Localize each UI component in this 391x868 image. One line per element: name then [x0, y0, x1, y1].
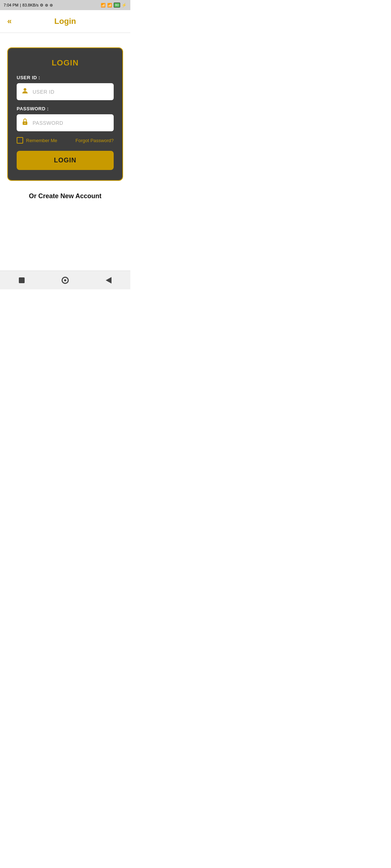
- nav-back-button[interactable]: [104, 276, 113, 285]
- main-content: LOGIN USER ID : PASSWORD :: [0, 33, 130, 207]
- back-button[interactable]: «: [7, 17, 12, 26]
- page-title: Login: [7, 17, 123, 26]
- status-bar: 7:04 PM | 83.8KB/s ⚙ ⊚ ⊚ 📶 📶 80 ⚡: [0, 0, 130, 10]
- nav-home-button[interactable]: [60, 276, 70, 285]
- options-row: Remember Me Forgot Password?: [17, 137, 114, 144]
- password-input[interactable]: [33, 120, 109, 126]
- login-card-title: LOGIN: [17, 58, 114, 68]
- svg-point-2: [25, 123, 26, 124]
- nav-square-button[interactable]: [17, 276, 26, 285]
- signal-icon: 📶: [107, 3, 112, 8]
- sync-icon: ⊚: [45, 3, 48, 8]
- square-icon: [19, 277, 25, 283]
- login-card: LOGIN USER ID : PASSWORD :: [7, 47, 123, 181]
- forgot-password-link[interactable]: Forgot Password?: [76, 138, 114, 143]
- circle-icon: [62, 277, 69, 284]
- bottom-nav-bar: [0, 271, 130, 289]
- settings-icon: ⚙: [40, 3, 43, 8]
- userid-input-wrapper: [17, 83, 114, 100]
- userid-label: USER ID :: [17, 75, 114, 80]
- triangle-icon: [106, 277, 112, 284]
- password-label: PASSWORD :: [17, 106, 114, 111]
- status-left: 7:04 PM | 83.8KB/s ⚙ ⊚ ⊚: [4, 3, 53, 8]
- battery-indicator: 80: [114, 3, 120, 8]
- remember-me-checkbox[interactable]: [17, 137, 23, 144]
- svg-point-0: [24, 88, 26, 91]
- remember-me-container[interactable]: Remember Me: [17, 137, 57, 144]
- or-create-text: Or Create New Account: [29, 192, 101, 200]
- userid-input[interactable]: [33, 89, 109, 95]
- charging-icon: ⚡: [122, 3, 127, 8]
- status-data: 83.8KB/s: [22, 3, 39, 7]
- location-icon: ⊚: [50, 3, 53, 8]
- status-right: 📶 📶 80 ⚡: [101, 3, 127, 8]
- header: « Login: [0, 10, 130, 33]
- status-time: 7:04 PM: [4, 3, 18, 7]
- lock-icon: [21, 118, 29, 128]
- wifi-icon: 📶: [101, 3, 106, 8]
- person-icon: [21, 87, 29, 97]
- login-button[interactable]: LOGIN: [17, 151, 114, 170]
- password-input-wrapper: [17, 114, 114, 131]
- status-separator: |: [20, 3, 21, 7]
- remember-me-label: Remember Me: [26, 138, 57, 143]
